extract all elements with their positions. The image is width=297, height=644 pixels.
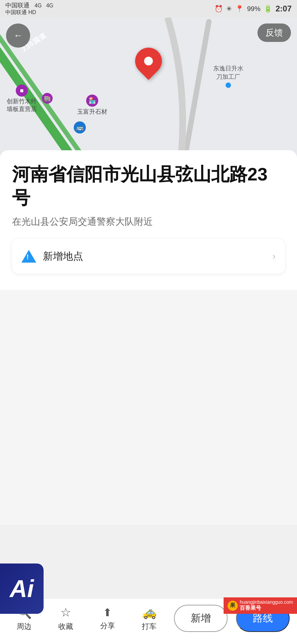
carrier-line2: 中国联通 HD xyxy=(5,9,53,15)
poi-store-icon: 🏬 xyxy=(42,93,53,105)
back-button[interactable]: ← xyxy=(6,23,30,48)
add-location-label: 新增地点 xyxy=(43,250,273,263)
ai-badge-text: Ai xyxy=(10,575,34,602)
add-location-item[interactable]: 新增地点 › xyxy=(12,239,285,274)
nav-share-label: 分享 xyxy=(100,621,115,631)
chevron-right-icon: › xyxy=(273,251,276,262)
feedback-button[interactable]: 反馈 xyxy=(257,23,291,42)
status-right: ⏰ ✳ 📍 99% 🔋 2:07 xyxy=(215,4,292,13)
ai-badge: Ai xyxy=(0,564,44,614)
status-bar: 中国联通 4G 4G 中国联通 HD ⏰ ✳ 📍 99% 🔋 2:07 xyxy=(0,0,297,17)
poi-1: ■ 创新竹木纤墙板直营店 xyxy=(7,85,37,113)
map-area[interactable]: 230国道 ← 反馈 ■ 创新竹木纤墙板直营店 🏪 玉富升石材 东逸日升水刀加工… xyxy=(0,17,297,158)
nav-collect[interactable]: ☆ 收藏 xyxy=(49,605,82,632)
nav-taxi-label: 打车 xyxy=(142,622,157,632)
warning-triangle-icon xyxy=(21,249,36,264)
status-time: 2:07 xyxy=(276,4,292,13)
watermark-logo: 果 xyxy=(228,601,238,611)
pin-inner xyxy=(142,55,155,67)
poi-2-icon: 🏪 xyxy=(86,95,98,107)
location-icon: 📍 xyxy=(235,5,244,13)
nav-nearby-label: 周边 xyxy=(17,622,32,632)
location-pin xyxy=(135,48,162,74)
taxi-icon: 🚕 xyxy=(142,605,157,620)
nav-share[interactable]: ⬆ 分享 xyxy=(91,606,124,631)
nav-collect-label: 收藏 xyxy=(58,622,73,632)
carrier-info: 中国联通 4G 4G 中国联通 HD xyxy=(5,2,53,16)
poi-2-label: 玉富升石材 xyxy=(77,108,107,116)
poi-bus: 🚌 xyxy=(74,121,86,135)
share-icon: ⬆ xyxy=(103,606,112,619)
watermark-site: huangjinbaixiangguo.com xyxy=(240,599,293,605)
bus-icon: 🚌 xyxy=(74,121,86,133)
address-title: 河南省信阳市光山县弦山北路23号 xyxy=(12,162,285,209)
watermark-content: 果 huangjinbaixiangguo.com 百香果号 xyxy=(224,597,297,614)
poi-3-label: 东逸日升水刀加工厂 xyxy=(213,64,243,81)
watermark: 果 huangjinbaixiangguo.com 百香果号 xyxy=(224,597,297,614)
poi-1-label: 创新竹木纤墙板直营店 xyxy=(7,98,37,113)
pin-shape xyxy=(129,42,167,80)
battery-percent: 99% xyxy=(247,5,260,13)
battery-icon: 🔋 xyxy=(264,5,272,13)
star-icon: ☆ xyxy=(60,605,71,620)
feedback-label: 反馈 xyxy=(265,28,283,38)
gray-filler xyxy=(0,290,297,525)
poi-1-icon: ■ xyxy=(16,85,28,97)
add-button[interactable]: 新增 xyxy=(174,605,228,632)
carrier-line1: 中国联通 4G 4G xyxy=(5,2,53,9)
watermark-text: huangjinbaixiangguo.com 百香果号 xyxy=(240,599,293,612)
bluetooth-icon: ✳ xyxy=(226,5,232,13)
watermark-label: 百香果号 xyxy=(240,605,293,612)
alarm-icon: ⏰ xyxy=(215,5,223,13)
action-card: 新增地点 › xyxy=(12,239,285,274)
poi-2: 🏪 玉富升石材 xyxy=(77,95,107,116)
poi-3-dot xyxy=(226,83,231,88)
nav-taxi[interactable]: 🚕 打车 xyxy=(132,605,166,632)
back-icon: ← xyxy=(13,30,23,41)
poi-3: 东逸日升水刀加工厂 xyxy=(213,64,243,88)
info-panel: 河南省信阳市光山县弦山北路23号 在光山县公安局交通警察大队附近 新增地点 › xyxy=(0,150,297,290)
address-subtitle: 在光山县公安局交通警察大队附近 xyxy=(12,215,285,228)
